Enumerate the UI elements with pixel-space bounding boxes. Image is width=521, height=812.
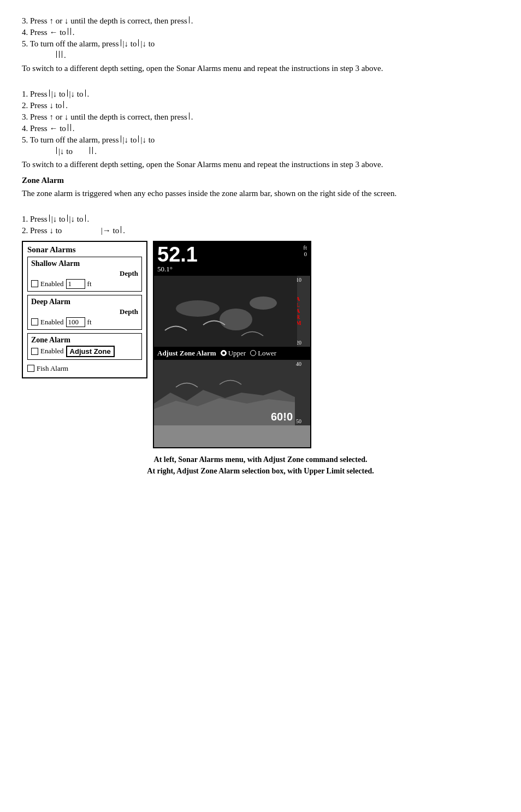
down-to-2: |↓ to — [140, 39, 155, 49]
deep-unit: ft — [87, 318, 92, 327]
s5-sep4 — [90, 147, 90, 154]
lower-radio-option[interactable]: Lower — [250, 349, 276, 358]
sep7 — [62, 51, 62, 58]
s2-line: 2. Press ↓ to . — [22, 101, 499, 110]
upper-radio-option[interactable]: Upper — [221, 349, 246, 358]
svg-point-1 — [176, 300, 220, 317]
adjust-zone-button[interactable]: Adjust Zone — [66, 346, 115, 357]
sonar-sub-number: 50.1° — [157, 265, 198, 274]
s1-text: 1. Press — [22, 90, 48, 99]
s5-sep2 — [138, 135, 139, 143]
z2-sep1 — [121, 226, 121, 233]
s4-sep1 — [68, 124, 68, 131]
step4-line: 4. Press ← to . — [22, 28, 499, 37]
deep-enabled-checkbox[interactable] — [31, 318, 38, 325]
sonar-menu-title: Sonar Alarms — [27, 245, 142, 254]
s5-text: 5. To turn off the alarm, press — [22, 135, 119, 145]
z1-line: 1. Press |↓ to |↓ to . — [22, 215, 499, 224]
s4-line: 4. Press ← to . — [22, 124, 499, 133]
s5-sep1 — [121, 135, 121, 143]
deep-enabled-label: Enabled — [40, 318, 64, 327]
z2-line: 2. Press ↓ to |→ to . — [22, 226, 499, 235]
caption-line1: At left, Sonar Alarms menu, with Adjust … — [22, 454, 499, 465]
shallow-depth-value: 1 — [66, 279, 85, 289]
s1-sep1 — [49, 90, 50, 97]
lower-radio[interactable] — [250, 350, 256, 356]
s4-sep2 — [70, 124, 71, 131]
sonar-display: 52.1 50.1° ft 0 10 ALARM 20 — [153, 241, 311, 448]
s2-sep1 — [63, 101, 64, 108]
sep6 — [59, 51, 60, 58]
sonar-scale-lower: 40 50 — [295, 360, 310, 425]
z2-period: . — [123, 226, 125, 235]
step5-line: 5. To turn off the alarm, press |↓ to |↓… — [22, 39, 499, 49]
bottom-depth-number: 60!0 — [271, 411, 293, 423]
deep-alarm-row: Enabled 100 ft — [31, 317, 138, 327]
sonar-fish-arches — [154, 276, 297, 347]
shallow-enabled-checkbox[interactable] — [31, 280, 38, 287]
z1-sep2 — [67, 215, 68, 222]
sep5 — [56, 51, 57, 58]
z1-down2: |↓ to — [69, 215, 84, 224]
shallow-enabled-label: Enabled — [40, 280, 64, 288]
adjust-zone-box: Adjust Zone Alarm Upper Lower — [154, 347, 310, 360]
s2-text: 2. Press ↓ to — [22, 101, 62, 110]
s5-down3: |↓ to — [58, 147, 73, 156]
s3-line: 3. Press ↑ or ↓ until the depth is corre… — [22, 112, 499, 122]
step5-line2: . — [22, 51, 499, 60]
deep-alarm-section: Deep Alarm Depth Enabled 100 ft — [27, 295, 142, 330]
s5-down1: |↓ to — [123, 135, 137, 145]
s3-sep — [189, 112, 190, 120]
s3-text: 3. Press ↑ or ↓ until the depth is corre… — [22, 112, 187, 122]
s5-line2: |↓ to . — [22, 147, 499, 156]
z1-sep1 — [49, 215, 50, 222]
period3: . — [64, 51, 66, 60]
sonar-scale-upper: 10 ALARM 20 — [295, 276, 310, 347]
s5-down2: |↓ to — [140, 135, 155, 145]
paragraph1: To switch to a different depth setting, … — [22, 62, 499, 75]
fish-alarm-label: Fish Alarm — [37, 364, 68, 373]
s5-sep3 — [56, 147, 57, 154]
s1-down1: |↓ to — [51, 90, 66, 99]
s4-period: . — [73, 124, 75, 133]
shallow-alarm-section: Shallow Alarm Depth Enabled 1 ft — [27, 257, 142, 292]
deep-depth-label: Depth — [31, 307, 138, 316]
s1-sep3 — [85, 90, 86, 97]
upper-label: Upper — [228, 349, 246, 358]
zone-enabled-label: Enabled — [40, 347, 64, 355]
s1-down2: |↓ to — [69, 90, 84, 99]
shallow-depth-label: Depth — [31, 269, 138, 278]
sep3 — [121, 39, 121, 46]
sep2 — [70, 28, 71, 35]
sonar-upper-body: 10 ALARM 20 — [154, 276, 310, 347]
s1-period: . — [87, 90, 90, 99]
diagram-area: Sonar Alarms Shallow Alarm Depth Enabled… — [22, 241, 499, 448]
z2-text: 2. Press ↓ to — [22, 226, 62, 235]
step4-text: 4. Press ← to — [22, 28, 66, 37]
s1-line: 1. Press |↓ to |↓ to . — [22, 90, 499, 99]
fish-alarm-checkbox[interactable] — [27, 365, 34, 372]
caption-line2: At right, Adjust Zone Alarm selection bo… — [22, 465, 499, 477]
zone-alarm-heading: Zone Alarm — [22, 176, 499, 185]
sep4 — [138, 39, 139, 46]
shallow-alarm-row: Enabled 1 ft — [31, 279, 138, 289]
sonar-big-number: 52.1 — [157, 244, 198, 265]
upper-radio[interactable] — [221, 350, 227, 356]
s2-period: . — [66, 101, 68, 110]
sep1 — [68, 28, 68, 35]
zone-enabled-checkbox[interactable] — [31, 348, 38, 355]
adjust-zone-title: Adjust Zone Alarm — [157, 349, 216, 358]
zone-alarm-row: Enabled Adjust Zone — [31, 346, 138, 357]
sonar-alarms-menu: Sonar Alarms Shallow Alarm Depth Enabled… — [22, 241, 147, 378]
fish-alarm-row: Fish Alarm — [27, 363, 142, 374]
s5-sep5 — [92, 147, 93, 154]
z1-text: 1. Press — [22, 215, 48, 224]
z1-down1: |↓ to — [51, 215, 66, 224]
step3-line: 3. Press ↑ or ↓ until the depth is corre… — [22, 16, 499, 26]
down-to-1: |↓ to — [123, 39, 137, 49]
r-label: ALARM — [296, 296, 309, 326]
deep-alarm-title: Deep Alarm — [31, 298, 138, 306]
period2: . — [73, 28, 75, 37]
zone-text: The zone alarm is triggered when any ech… — [22, 187, 499, 200]
s3-period: . — [191, 112, 193, 122]
